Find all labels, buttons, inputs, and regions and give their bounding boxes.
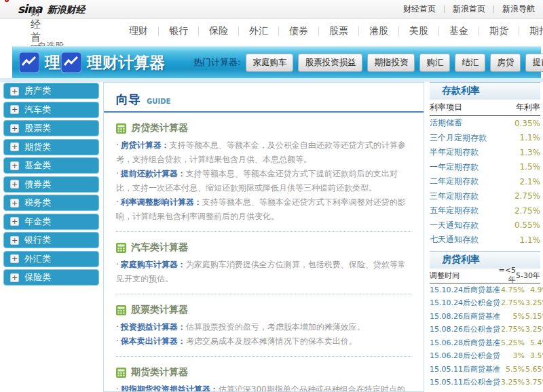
calculator-link[interactable]: 股指期货投资损益计算器： [121,385,219,392]
chart-line-icon [19,52,39,73]
deposit-rate-label[interactable]: 三年定期存款 [430,191,505,202]
nav-item-10[interactable]: 期指 [519,25,543,37]
sidebar-item-2[interactable]: +股票类 [3,120,99,136]
bullet-icon: · [116,260,119,269]
nav-item-5[interactable]: 股票 [319,25,358,37]
guide-panel: 向导 GUIDE 房贷类计算器·房贷计算器：支持等额本息、等额本金，及公积金自由… [103,82,424,392]
section-separator [116,231,411,232]
deposit-rate-label[interactable]: 半年定期存款 [430,146,505,158]
calculator-link[interactable]: 提前还款计算器： [121,169,186,178]
loan-rate-short-value: 2.75% [500,325,525,334]
nav-item-9[interactable]: 期货 [479,25,519,37]
loan-rate-short-value: 4.75% [500,286,525,294]
deposit-rate-label[interactable]: 七天通知存款 [430,234,505,246]
calculator-icon [116,123,126,134]
nav-item-0[interactable]: 理财 [119,25,158,37]
sidebar-item-5[interactable]: +债券类 [3,176,99,193]
deposit-rate-label[interactable]: 五年定期存款 [430,205,505,216]
calculator-description: 估算股票投资的盈亏，考虑股本增加的摊薄效应。 [186,322,365,332]
section-header: 期货类计算器 [116,366,411,378]
sina-logo-dot-icon [5,0,9,2]
sidebar-item-7[interactable]: +年金类 [3,214,99,230]
hot-calc-button-1[interactable]: 股票投资损益 [298,54,362,72]
nav-item-2[interactable]: 保险 [199,25,238,37]
calculator-link[interactable]: 利率调整影响计算器： [121,197,202,207]
expand-plus-icon[interactable]: + [10,217,19,226]
calculator-link[interactable]: 家庭购车计算器： [121,260,186,269]
deposit-rate-row-5: 三年定期存款2.75% [430,189,540,204]
sidebar-item-label: 保险类 [24,271,51,283]
deposit-rate-label[interactable]: 活期储蓄 [430,117,505,129]
deposit-rate-value: 2.1% [505,177,540,187]
rates-sidebar: 存款利率 利率项目 年利率 活期储蓄0.35%三个月定期存款1.1%半年定期存款… [430,82,540,392]
hot-calc-button-4[interactable]: 结汇 [455,54,485,72]
loan-rate-label: 15.10.24后商贷基准 [430,285,500,295]
deposit-rate-label[interactable]: 二年定期存款 [430,176,505,187]
section-header: 房贷类计算器 [116,122,411,134]
loan-rate-row-8: 15.03.01后商贷基准5.75%5.9% [430,389,540,392]
calculator-link[interactable]: 投资损益计算器： [121,322,186,332]
loan-rate-row-5: 15.06.28后公积金贷3%3.5% [430,349,540,363]
loan-rate-row-2: 15.08.26后商贷基准5%5.15% [430,310,540,324]
top-link-1[interactable]: 新浪首页 [453,3,485,15]
calculator-link[interactable]: 保本卖出计算器： [121,336,186,346]
top-link-0[interactable]: 财经首页 [403,3,436,15]
loan-table-header: 调整时间 =<5年 5-30年 [430,269,540,283]
sidebar-item-0[interactable]: +房产类 [3,83,99,99]
loan-rate-label: 15.06.28后商贷基准 [430,338,500,348]
calculator-link[interactable]: 房贷计算器： [121,140,170,150]
nav-item-3[interactable]: 外汇 [239,25,278,37]
sidebar-item-9[interactable]: +外汇类 [3,251,99,267]
loan-rate-label: 15.06.28后公积金贷 [430,351,500,361]
nav-item-8[interactable]: 基金 [439,25,479,37]
deposit-rate-row-0: 活期储蓄0.35% [430,116,540,131]
nav-links: 理财银行保险外汇债券股票港股美股基金期货期指行情中心 [119,25,543,37]
sidebar-item-8[interactable]: +银行类 [3,232,99,248]
calculator-entry-3-0: ·股指期货投资损益计算器：估算沪深300期指单个品种或品种组合在特定时点的总体盈… [116,383,411,392]
hot-calc-button-6[interactable]: 提前还款 [525,54,543,72]
expand-plus-icon[interactable]: + [10,87,19,96]
loan-rate-row-7: 15.05.11后公积金贷3.25%3.75% [430,376,540,389]
sina-logo[interactable]: sina 新浪财经 [18,2,86,16]
hot-calc-button-2[interactable]: 期指投资 [367,54,415,72]
main-nav: 财经首页 理财银行保险外汇债券股票港股美股基金期货期指行情中心 [0,20,543,43]
expand-plus-icon[interactable]: + [10,124,19,133]
expand-plus-icon[interactable]: + [10,105,19,114]
deposit-rate-row-2: 半年定期存款1.3% [430,145,540,160]
guide-title: 向导 [116,92,141,106]
hot-calc-button-0[interactable]: 家庭购车 [246,54,293,72]
top-link-2[interactable]: 新浪导航 [502,3,535,15]
expand-plus-icon[interactable]: + [10,161,19,170]
sidebar-item-3[interactable]: +期货类 [3,139,99,155]
expand-plus-icon[interactable]: + [10,254,19,263]
deposit-rate-label[interactable]: 三个月定期存款 [430,132,505,144]
guide-section-3: 期货类计算器·股指期货投资损益计算器：估算沪深300期指单个品种或品种组合在特定… [116,366,411,392]
nav-item-4[interactable]: 债券 [279,25,318,37]
deposit-rate-value: 2.75% [505,191,540,201]
calculator-entry-0-0: ·房贷计算器：支持等额本息、等额本金，及公积金自由还款等还贷方式的计算参考，支持… [116,138,411,167]
sidebar-item-6[interactable]: +税务类 [3,195,99,211]
sidebar-item-1[interactable]: +汽车类 [3,102,99,118]
expand-plus-icon[interactable]: + [10,273,19,282]
expand-plus-icon[interactable]: + [10,142,19,151]
expand-plus-icon[interactable]: + [10,199,19,208]
calculator-description: 考虑交易成本及股本摊薄情况下的保本卖出价。 [186,336,357,346]
loan-rate-short-value: 5% [500,312,525,321]
loan-rate-long-value: 3.25% [525,325,543,334]
hot-calc-button-5[interactable]: 房贷 [490,54,521,72]
sidebar-item-4[interactable]: +基金类 [3,157,99,174]
expand-plus-icon[interactable]: + [10,236,19,245]
nav-item-1[interactable]: 银行 [159,25,198,37]
deposit-rate-label[interactable]: 一年定期存款 [430,161,505,173]
chart-line-icon [61,52,81,73]
sidebar-item-10[interactable]: +保险类 [3,269,99,286]
nav-item-6[interactable]: 港股 [359,25,398,37]
hot-calc-button-3[interactable]: 购汇 [419,54,450,72]
deposit-rate-label[interactable]: 一天通知存款 [430,220,505,231]
nav-item-7[interactable]: 美股 [399,25,438,37]
sidebar-item-label: 外汇类 [24,253,51,265]
expand-plus-icon[interactable]: + [10,180,19,189]
loan-rate-short-value: 3.25% [500,378,525,387]
loan-rate-label: 15.10.24后公积金贷 [430,298,500,308]
loan-rate-label: 15.05.11后商贷基准 [430,364,500,374]
